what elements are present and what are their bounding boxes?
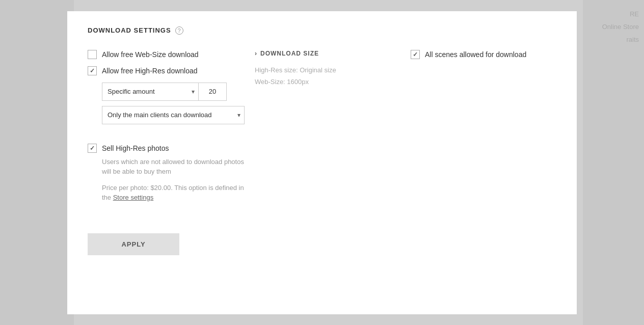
web-size-label: Allow free Web-Size download <box>102 50 199 59</box>
bg-text-re: RE <box>630 10 639 18</box>
download-size-header[interactable]: › DOWNLOAD SIZE <box>255 50 400 57</box>
left-column: Allow free Web-Size download Allow free … <box>88 50 245 203</box>
help-icon[interactable]: ? <box>175 26 183 35</box>
sub-controls: Specific amount Unlimited None ▾ Only th… <box>102 83 245 124</box>
highres-row: Allow free High-Res download <box>88 66 245 75</box>
highres-checkbox[interactable] <box>88 66 97 75</box>
middle-column: › DOWNLOAD SIZE High-Res size: Original … <box>255 50 400 203</box>
download-size-title-text: DOWNLOAD SIZE <box>260 50 319 57</box>
download-settings-modal: DOWNLOAD SETTINGS ? Allow free Web-Size … <box>67 11 577 314</box>
specific-amount-row: Specific amount Unlimited None ▾ <box>102 83 245 101</box>
sell-description: Users which are not allowed to download … <box>102 157 245 177</box>
sell-highres-checkbox[interactable] <box>88 144 97 153</box>
bg-text-store: Online Store <box>602 23 639 31</box>
web-size-checkbox[interactable] <box>88 50 97 59</box>
right-column: All scenes allowed for download <box>411 50 556 203</box>
chevron-right-icon: › <box>255 50 257 57</box>
highres-size-text: High-Res size: Original size <box>255 64 400 76</box>
sell-highres-row: Sell High-Res photos <box>88 144 245 153</box>
modal-title: DOWNLOAD SETTINGS <box>88 26 171 34</box>
background-right: RE Online Store raits <box>583 0 644 325</box>
clients-select[interactable]: Only the main clients can download All c… <box>102 106 245 124</box>
apply-button[interactable]: APPLY <box>88 233 179 255</box>
all-scenes-checkbox[interactable] <box>411 50 420 59</box>
clients-select-wrapper: Only the main clients can download All c… <box>102 106 245 124</box>
sell-price-text: Price per photo: $20.00. This option is … <box>102 183 245 203</box>
title-row: DOWNLOAD SETTINGS ? <box>88 26 556 35</box>
bg-text-raits: raits <box>626 36 639 43</box>
content-grid: Allow free Web-Size download Allow free … <box>88 50 556 203</box>
sell-section: Sell High-Res photos Users which are not… <box>88 144 245 203</box>
specific-amount-select[interactable]: Specific amount Unlimited None <box>102 83 199 101</box>
modal-footer: APPLY <box>88 233 556 255</box>
background-left <box>0 0 74 325</box>
store-settings-link[interactable]: Store settings <box>113 194 154 201</box>
all-scenes-label: All scenes allowed for download <box>425 50 526 59</box>
websize-text: Web-Size: 1600px <box>255 76 400 88</box>
highres-label: Allow free High-Res download <box>102 67 198 75</box>
amount-input[interactable] <box>199 83 227 101</box>
size-info: High-Res size: Original size Web-Size: 1… <box>255 64 400 88</box>
web-size-row: Allow free Web-Size download <box>88 50 245 59</box>
all-scenes-row: All scenes allowed for download <box>411 50 556 59</box>
specific-amount-wrapper: Specific amount Unlimited None ▾ <box>102 83 199 101</box>
sell-highres-label: Sell High-Res photos <box>102 144 169 152</box>
